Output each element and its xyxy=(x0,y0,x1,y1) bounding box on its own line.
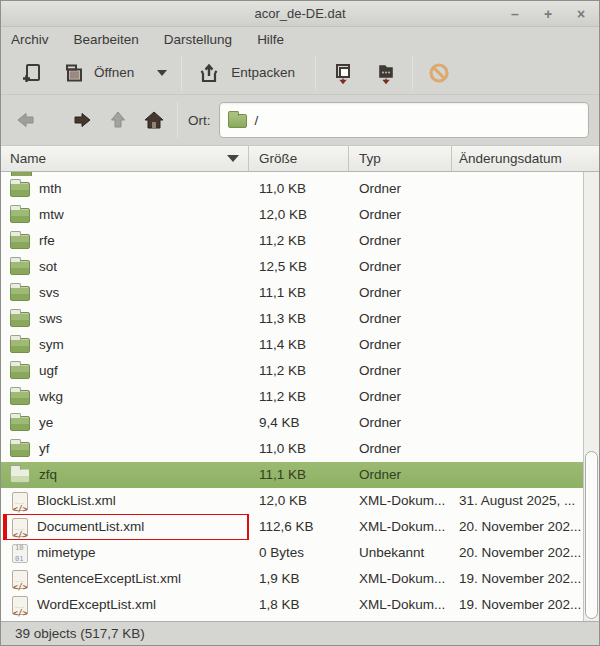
table-row[interactable]: ugf 11,2 KB Ordner xyxy=(1,358,585,384)
column-header-name[interactable]: Name xyxy=(1,146,249,171)
column-header-date[interactable]: Änderungsdatum xyxy=(452,146,599,171)
file-date: 19. November 202... xyxy=(452,566,585,592)
file-size: 1,9 KB xyxy=(249,566,349,592)
back-button[interactable] xyxy=(11,105,41,135)
file-name: wkg xyxy=(39,384,63,410)
add-files-icon xyxy=(330,60,356,86)
toolbar-separator xyxy=(412,56,413,90)
table-row[interactable]: zfq 11,1 KB Ordner xyxy=(1,462,585,488)
add-files-button[interactable] xyxy=(324,56,362,90)
open-archive-button[interactable]: Öffnen xyxy=(55,57,173,89)
file-type: XML-Dokum... xyxy=(349,488,452,514)
add-folder-button[interactable] xyxy=(366,56,404,90)
file-name: mimetype xyxy=(37,540,96,566)
location-path: / xyxy=(255,113,259,128)
table-row[interactable]: WordExceptList.xml 1,8 KB XML-Dokum... 1… xyxy=(1,592,585,618)
table-row[interactable]: rfe 11,2 KB Ordner xyxy=(1,228,585,254)
file-type: Ordner xyxy=(349,280,452,306)
file-name: WordExceptList.xml xyxy=(37,592,156,618)
status-text: 39 objects (517,7 KB) xyxy=(15,626,145,641)
back-arrow-icon xyxy=(15,110,37,130)
table-row[interactable]: sws 11,3 KB Ordner xyxy=(1,306,585,332)
extract-button[interactable]: Entpacken xyxy=(190,56,301,90)
table-row[interactable]: ye 9,4 KB Ordner xyxy=(1,410,585,436)
file-size: 1,8 KB xyxy=(249,592,349,618)
file-type: Ordner xyxy=(349,332,452,358)
file-type-icon xyxy=(10,338,30,353)
file-type-icon xyxy=(10,234,30,249)
file-type: XML-Dokum... xyxy=(349,592,452,618)
vertical-scrollbar[interactable] xyxy=(583,172,599,621)
archive-manager-window: acor_de-DE.dat – + × Archiv Bearbeiten D… xyxy=(0,0,600,646)
file-name: rfe xyxy=(39,228,55,254)
minimize-icon[interactable]: – xyxy=(507,6,523,22)
extract-icon xyxy=(196,60,222,86)
file-name: ye xyxy=(39,410,53,436)
window-title: acor_de-DE.dat xyxy=(254,6,345,21)
file-name: mtw xyxy=(39,202,64,228)
file-size: 11,2 KB xyxy=(249,228,349,254)
table-row[interactable]: mimetype 0 Bytes Unbekannt 20. November … xyxy=(1,540,585,566)
file-type: Ordner xyxy=(349,202,452,228)
table-row[interactable]: DocumentList.xml 112,6 KB XML-Dokum... 2… xyxy=(1,514,585,540)
table-row[interactable]: yf 11,0 KB Ordner xyxy=(1,436,585,462)
file-type: Ordner xyxy=(349,254,452,280)
extract-button-label: Entpacken xyxy=(231,65,295,80)
file-type-icon xyxy=(10,260,30,275)
table-row[interactable]: mth 11,0 KB Ordner xyxy=(1,176,585,202)
table-row[interactable]: wkg 11,2 KB Ordner xyxy=(1,384,585,410)
file-name: mth xyxy=(39,176,62,202)
menu-hilfe[interactable]: Hilfe xyxy=(256,30,285,49)
menu-darstellung[interactable]: Darstellung xyxy=(163,30,233,49)
chevron-down-icon[interactable] xyxy=(157,70,167,76)
table-row[interactable]: sym 11,4 KB Ordner xyxy=(1,332,585,358)
file-type-icon xyxy=(10,442,30,457)
table-row[interactable]: SentenceExceptList.xml 1,9 KB XML-Dokum.… xyxy=(1,566,585,592)
menu-archiv[interactable]: Archiv xyxy=(10,30,50,49)
open-archive-icon xyxy=(61,61,85,85)
maximize-icon[interactable]: + xyxy=(540,6,556,22)
menubar: Archiv Bearbeiten Darstellung Hilfe xyxy=(1,27,599,51)
table-row[interactable]: svs 11,1 KB Ordner xyxy=(1,280,585,306)
file-type-icon xyxy=(12,596,28,615)
file-type: Ordner xyxy=(349,436,452,462)
table-row[interactable]: BlockList.xml 12,0 KB XML-Dokum... 31. A… xyxy=(1,488,585,514)
folder-icon xyxy=(228,114,247,128)
file-type-icon xyxy=(12,518,28,537)
file-name: zfq xyxy=(39,462,57,488)
statusbar: 39 objects (517,7 KB) xyxy=(1,621,599,645)
file-type-icon xyxy=(12,544,28,563)
sort-descending-icon xyxy=(227,155,239,162)
table-row[interactable]: mtw 12,0 KB Ordner xyxy=(1,202,585,228)
up-button[interactable] xyxy=(103,105,133,135)
file-type-icon xyxy=(10,182,30,197)
scrollbar-thumb[interactable] xyxy=(585,451,598,619)
file-type: XML-Dokum... xyxy=(349,566,452,592)
forward-button[interactable] xyxy=(67,105,97,135)
file-name: DocumentList.xml xyxy=(37,514,144,540)
file-name: SentenceExceptList.xml xyxy=(37,566,181,592)
file-name: svs xyxy=(39,280,59,306)
file-name: ugf xyxy=(39,358,58,384)
column-headers: Name Größe Typ Änderungsdatum xyxy=(1,145,599,172)
close-icon[interactable]: × xyxy=(573,6,589,22)
home-icon xyxy=(142,109,166,131)
file-size: 11,4 KB xyxy=(249,332,349,358)
file-type: Unbekannt xyxy=(349,540,452,566)
file-type: Ordner xyxy=(349,410,452,436)
file-size: 112,6 KB xyxy=(249,514,349,540)
file-size: 11,3 KB xyxy=(249,306,349,332)
column-header-type[interactable]: Typ xyxy=(349,146,452,171)
file-type-icon xyxy=(10,364,30,379)
location-input[interactable]: / xyxy=(219,102,590,138)
file-date: 31. August 2025, ... xyxy=(452,488,585,514)
menu-bearbeiten[interactable]: Bearbeiten xyxy=(73,30,140,49)
table-row[interactable]: sot 12,5 KB Ordner xyxy=(1,254,585,280)
column-header-size[interactable]: Größe xyxy=(249,146,349,171)
file-date: 20. November 202... xyxy=(452,514,585,540)
file-type-icon xyxy=(12,492,28,511)
new-archive-button[interactable] xyxy=(13,57,49,89)
titlebar: acor_de-DE.dat – + × xyxy=(1,1,599,27)
home-button[interactable] xyxy=(139,105,169,135)
file-name: BlockList.xml xyxy=(37,488,116,514)
